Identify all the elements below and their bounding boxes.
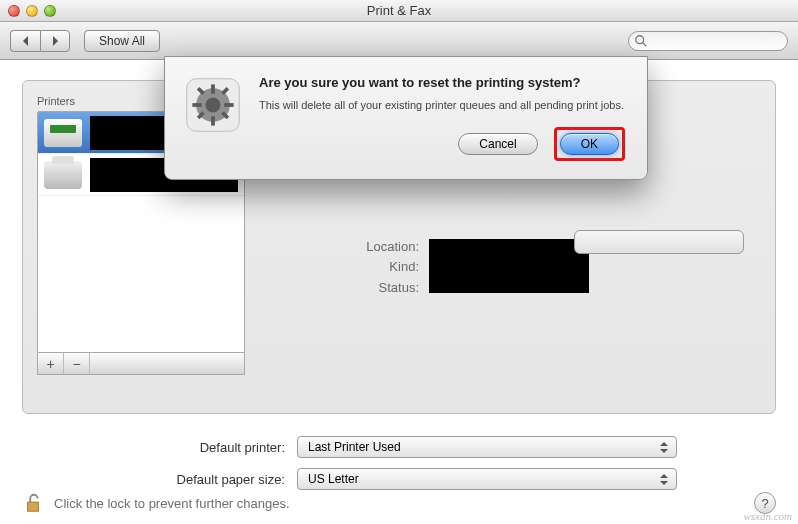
close-window-button[interactable]	[8, 5, 20, 17]
ok-button-highlight: OK	[554, 127, 625, 161]
printer-inkjet-icon	[44, 119, 82, 147]
dialog-message: This will delete all of your existing pr…	[259, 98, 625, 113]
window-titlebar: Print & Fax	[0, 0, 798, 22]
default-papersize-value: US Letter	[308, 472, 359, 486]
svg-rect-5	[211, 84, 215, 93]
default-printer-value: Last Printer Used	[308, 440, 401, 454]
lock-footer[interactable]: Click the lock to prevent further change…	[22, 492, 290, 514]
forward-button[interactable]	[40, 30, 70, 52]
ok-button[interactable]: OK	[560, 133, 619, 155]
prefs-toolbar: Show All	[0, 22, 798, 60]
cancel-button[interactable]: Cancel	[458, 133, 537, 155]
default-printer-select[interactable]: Last Printer Used	[297, 436, 677, 458]
status-label: Status:	[269, 280, 419, 295]
options-button-obscured[interactable]	[574, 230, 744, 254]
back-button[interactable]	[10, 30, 40, 52]
select-arrows-icon	[656, 439, 672, 455]
printers-list-footer: + −	[37, 353, 245, 375]
zoom-window-button[interactable]	[44, 5, 56, 17]
svg-rect-7	[192, 103, 201, 107]
lock-text: Click the lock to prevent further change…	[54, 496, 290, 511]
minimize-window-button[interactable]	[26, 5, 38, 17]
svg-rect-8	[224, 103, 233, 107]
default-papersize-select[interactable]: US Letter	[297, 468, 677, 490]
window-title: Print & Fax	[0, 3, 798, 18]
printer-laser-icon	[44, 161, 82, 189]
search-input[interactable]	[628, 31, 788, 51]
svg-point-4	[206, 98, 221, 113]
default-printer-label: Default printer:	[81, 440, 285, 455]
watermark-text: wsxdn.com	[743, 510, 792, 522]
detail-redacted	[429, 239, 589, 293]
default-papersize-label: Default paper size:	[81, 472, 285, 487]
reset-confirm-dialog: Are you sure you want to reset the print…	[164, 56, 648, 180]
system-prefs-icon	[183, 75, 243, 135]
location-label: Location:	[269, 239, 419, 254]
defaults-section: Default printer: Last Printer Used Defau…	[22, 436, 776, 490]
dialog-title: Are you sure you want to reset the print…	[259, 75, 625, 90]
nav-segment	[10, 30, 70, 52]
kind-label: Kind:	[269, 259, 419, 274]
svg-rect-6	[211, 116, 215, 125]
unlocked-padlock-icon	[22, 492, 44, 514]
window-traffic-lights	[8, 5, 56, 17]
select-arrows-icon	[656, 471, 672, 487]
search-field-wrap	[628, 31, 788, 51]
add-printer-button[interactable]: +	[38, 353, 64, 374]
show-all-button[interactable]: Show All	[84, 30, 160, 52]
remove-printer-button[interactable]: −	[64, 353, 90, 374]
